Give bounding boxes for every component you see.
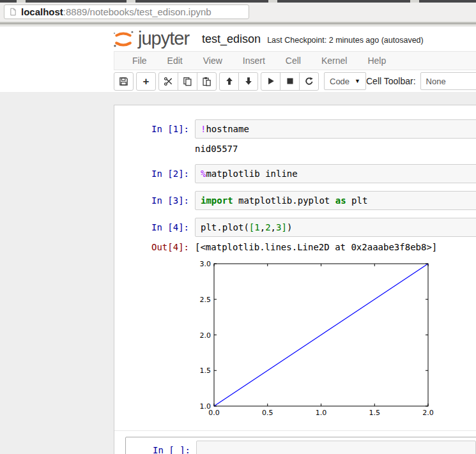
code-cell-4: In [4]: plt.plot([1,2,3]) Out[4]: [<matp… <box>125 218 476 423</box>
cell-type-select[interactable]: Code ▼ <box>324 72 366 90</box>
code-input[interactable]: plt.plot([1,2,3]) <box>195 218 476 237</box>
code-cell-empty-selected[interactable]: In [ ]: <box>125 437 476 454</box>
cut-icon <box>164 77 173 86</box>
save-button[interactable] <box>114 72 134 91</box>
checkpoint-status: Last Checkpoint: 2 minutes ago (autosave… <box>267 36 424 45</box>
output-prompt: Out[4]: <box>125 241 195 253</box>
code-input[interactable]: %matplotlib inline <box>195 164 476 183</box>
cell-toolbar-value: None <box>426 77 446 86</box>
page-icon <box>9 7 17 17</box>
stop-icon <box>286 77 295 86</box>
restart-kernel-button[interactable] <box>299 72 319 91</box>
add-cell-button[interactable]: + <box>136 72 156 91</box>
svg-text:3.0: 3.0 <box>200 260 211 268</box>
move-down-icon <box>244 77 253 86</box>
input-prompt: In [4]: <box>125 218 195 237</box>
code-cell-3: In [3]: import matplotlib.pyplot as plt <box>125 191 476 210</box>
input-prompt: In [1]: <box>125 119 195 139</box>
svg-text:2.0: 2.0 <box>422 409 434 417</box>
run-icon <box>266 77 275 86</box>
save-icon <box>119 77 128 86</box>
line-plot: 0.00.51.01.52.01.01.52.02.53.0 <box>199 257 449 420</box>
input-prompt: In [3]: <box>125 191 195 210</box>
input-prompt: In [2]: <box>125 164 195 183</box>
page-body: In [1]: !hostname nid05577 In [2]: %matp… <box>0 92 476 454</box>
cell-output: nid05577 <box>195 142 476 155</box>
jupyter-header: jupyter test_edison Last Checkpoint: 2 m… <box>0 27 476 92</box>
cell-divider <box>114 430 476 431</box>
url-field[interactable]: localhost:8889/notebooks/test_edison.ipy… <box>4 4 249 19</box>
svg-text:2.0: 2.0 <box>200 331 211 340</box>
svg-text:1.0: 1.0 <box>316 409 327 417</box>
run-cell-button[interactable] <box>261 72 280 91</box>
menu-edit[interactable]: Edit <box>157 56 193 66</box>
move-cell-down-button[interactable] <box>238 72 258 91</box>
cut-button[interactable] <box>158 72 178 91</box>
input-prompt: In [ ]: <box>126 441 196 454</box>
notebook-container: In [1]: !hostname nid05577 In [2]: %matp… <box>114 105 476 454</box>
url-path: :8889/notebooks/test_edison.ipynb <box>63 6 211 17</box>
cell-output: [<matplotlib.lines.Line2D at 0x2aaabe3f8… <box>195 241 476 253</box>
url-host: localhost <box>21 6 63 17</box>
menu-kernel[interactable]: Kernel <box>311 56 357 66</box>
url-text: localhost:8889/notebooks/test_edison.ipy… <box>21 6 211 17</box>
jupyter-logo-icon[interactable] <box>112 29 135 49</box>
interrupt-kernel-button[interactable] <box>280 72 300 91</box>
copy-button[interactable] <box>178 72 197 91</box>
svg-text:1.5: 1.5 <box>200 367 211 375</box>
chrome-separator <box>0 21 476 27</box>
code-input[interactable]: import matplotlib.pyplot as plt <box>195 191 476 210</box>
cell-toolbar-select[interactable]: None <box>420 72 476 90</box>
menu-bar: File Edit View Insert Cell Kernel Help <box>114 51 476 70</box>
svg-text:0.5: 0.5 <box>262 409 273 417</box>
menu-cell[interactable]: Cell <box>275 56 311 66</box>
menu-insert[interactable]: Insert <box>233 56 275 66</box>
code-input[interactable]: !hostname <box>195 119 476 139</box>
menu-view[interactable]: View <box>193 56 233 66</box>
menu-file[interactable]: File <box>122 56 157 66</box>
logo-row: jupyter test_edison Last Checkpoint: 2 m… <box>0 27 476 51</box>
toolbar: + Code ▼ Cell Toolbar: <box>0 70 476 92</box>
move-up-icon <box>225 77 234 86</box>
cell-toolbar-control: Cell Toolbar: None <box>366 72 476 90</box>
move-cell-up-button[interactable] <box>219 72 239 91</box>
paste-icon <box>202 77 211 86</box>
browser-address-bar: localhost:8889/notebooks/test_edison.ipy… <box>0 3 476 21</box>
menu-help[interactable]: Help <box>357 56 396 66</box>
paste-button[interactable] <box>197 72 217 91</box>
svg-text:2.5: 2.5 <box>200 296 211 304</box>
code-cell-1: In [1]: !hostname nid05577 <box>125 119 476 155</box>
notebook-title[interactable]: test_edison <box>202 33 261 46</box>
code-cell-2: In [2]: %matplotlib inline <box>125 164 476 183</box>
cell-type-value: Code <box>330 77 349 86</box>
matplotlib-figure: 0.00.51.01.52.01.01.52.02.53.0 <box>199 257 449 423</box>
screen: localhost:8889/notebooks/test_edison.ipy… <box>0 0 476 454</box>
svg-text:1.5: 1.5 <box>369 409 381 417</box>
jupyter-logo-text[interactable]: jupyter <box>138 28 189 49</box>
svg-text:1.0: 1.0 <box>200 402 211 411</box>
cell-toolbar-label: Cell Toolbar: <box>366 76 416 86</box>
add-cell-icon: + <box>143 76 150 87</box>
restart-kernel-icon <box>305 77 314 86</box>
chevron-down-icon: ▼ <box>355 78 360 84</box>
copy-icon <box>183 77 192 86</box>
code-input[interactable] <box>196 441 476 454</box>
